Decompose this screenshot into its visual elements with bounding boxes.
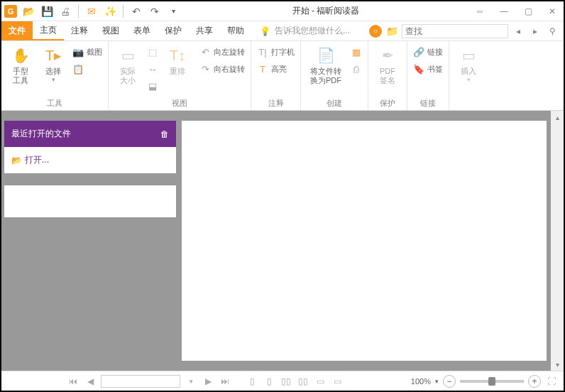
zoom-out-button[interactable]: − [443,375,456,388]
panel-title: 最近打开的文件 [11,128,71,140]
tab-protect[interactable]: 保护 [158,21,189,40]
zoom-controls: 100% ▾ − + ⛶ [411,375,558,388]
prev-page-button[interactable]: ◀ [84,375,97,388]
zoom-slider[interactable] [460,380,524,383]
from-scanner-button[interactable]: ⎙ [349,61,363,77]
convert-icon: 📄 [316,45,336,65]
tab-view[interactable]: 视图 [95,21,126,40]
panel-body: 📂 打开... [4,147,176,173]
maximize-button[interactable]: ▢ [520,5,537,18]
qat-undo-icon[interactable]: ↶ [129,4,143,18]
page-icon: ▭ [118,45,138,65]
minimize-button[interactable]: — [495,5,512,18]
group-comment: T| 打字机 T 高亮 注释 [251,41,301,110]
hand-tool-button[interactable]: ✋ 手型 工具 [6,44,35,85]
typewriter-icon: T| [257,46,268,58]
layout-cover-icon[interactable]: ▭ [314,375,327,388]
page-dropdown-button[interactable]: ▾ [185,375,197,388]
fit-width-icon: ↔ [147,63,158,75]
highlight-button[interactable]: T 高亮 [256,61,296,77]
layout-facing-icon[interactable]: ▯▯ [280,375,292,388]
last-page-button[interactable]: ⏭ [219,375,231,388]
qat-email-icon[interactable]: ✉ [84,4,99,18]
panel-footer [4,183,176,217]
qat-print-icon[interactable]: 🖨 [58,4,72,18]
group-view: ▭ 实际 大小 ⬚ ↔ ⬓ T↕ 重排 ↶ 向左旋转 [109,41,251,110]
quick-access-toolbar: 📂 💾 🖨 ✉ ✨ ↶ ↷ ▾ [21,4,180,18]
trash-icon[interactable]: 🗑 [160,129,169,139]
search-input[interactable] [402,24,508,38]
panel-header: 最近打开的文件 🗑 [4,121,176,147]
favorite-icon[interactable]: 📁 [385,24,399,38]
fit-width-button[interactable]: ↔ [146,61,160,77]
layout-book-icon[interactable]: ▭ [331,375,344,388]
qat-separator [78,5,79,18]
tab-help[interactable]: 帮助 [220,21,251,40]
layout-single-icon[interactable]: ▯ [246,375,258,388]
rotate-right-icon: ↷ [199,63,211,75]
zoom-level: 100% [411,377,431,386]
bookmark-icon: 🔖 [413,63,424,75]
search-advanced-icon[interactable]: ⚲ [545,24,559,38]
document-viewport[interactable] [182,121,547,361]
tab-share[interactable]: 共享 [189,21,220,40]
snapshot-button[interactable]: 📷 截图 [71,44,104,60]
insert-icon: ▭ [459,45,478,65]
ribbon-help-icon[interactable]: ▫▫ [471,5,488,18]
bookmark-button[interactable]: 🔖 书签 [412,61,444,77]
open-file-button[interactable]: 📂 打开... [11,154,169,166]
page-number-input[interactable] [101,375,180,388]
qat-redo-icon[interactable]: ↷ [148,4,162,18]
layout-continuous-icon[interactable]: ▯ [263,375,275,388]
fit-page-button[interactable]: ⬚ [146,44,160,60]
rotate-right-button[interactable]: ↷ 向右旋转 [198,61,246,77]
titlebar: G 📂 💾 🖨 ✉ ✨ ↶ ↷ ▾ 开始 - 福昕阅读器 ▫▫ — ▢ ✕ [1,1,564,21]
cloud-sync-icon[interactable]: ○ [369,25,382,38]
scroll-up-icon[interactable]: ▴ [556,111,559,124]
group-protect: ✒ PDF 签名 保护 [368,41,407,110]
tell-me-box[interactable]: 💡 告诉我您想做什么... [260,21,350,40]
page-layout-buttons: ▯ ▯ ▯▯ ▯▯ ▭ ▭ [246,375,344,388]
fit-visible-button[interactable]: ⬓ [146,78,160,94]
app-icon: G [4,5,17,18]
tab-form[interactable]: 表单 [126,21,158,40]
sign-button[interactable]: ✒ PDF 签名 [373,44,402,85]
lightbulb-icon: 💡 [260,26,270,36]
first-page-button[interactable]: ⏮ [67,375,79,388]
convert-button[interactable]: 📄 将文件转 换为PDF [305,44,346,85]
group-insert: ▭ 插入 ▾ [449,41,488,110]
content-area: 最近打开的文件 🗑 📂 打开... ▴ ▾ [1,111,564,371]
qat-save-icon[interactable]: 💾 [40,4,54,18]
layout-facing-continuous-icon[interactable]: ▯▯ [297,375,309,388]
fullscreen-icon[interactable]: ⛶ [545,375,558,388]
group-tools: ✋ 手型 工具 T▸ 选择 ▾ 📷 截图 📋 [1,41,109,110]
hand-icon: ✋ [11,45,31,65]
ribbon-tabs: 文件 主页 注释 视图 表单 保护 共享 帮助 💡 告诉我您想做什么... ○ … [1,21,564,41]
select-tool-button[interactable]: T▸ 选择 ▾ [38,44,68,83]
close-button[interactable]: ✕ [544,5,561,18]
tab-file[interactable]: 文件 [1,21,33,40]
signature-icon: ✒ [378,45,397,65]
fit-visible-icon: ⬓ [147,80,158,92]
clipboard-button[interactable]: 📋 [71,61,104,77]
scroll-down-icon[interactable]: ▾ [556,358,559,371]
link-button[interactable]: 🔗 链接 [412,44,444,60]
search-prev-icon[interactable]: ◂ [511,24,525,38]
typewriter-button[interactable]: T| 打字机 [256,44,296,60]
insert-button[interactable]: ▭ 插入 ▾ [454,44,483,83]
blank-page-button[interactable]: ▦ [349,44,363,60]
group-create: 📄 将文件转 换为PDF ▦ ⎙ 创建 [301,41,368,110]
qat-dropdown-icon[interactable]: ▾ [166,4,180,18]
qat-share-icon[interactable]: ✨ [103,4,117,18]
rotate-left-button[interactable]: ↶ 向左旋转 [198,44,246,60]
actual-size-button[interactable]: ▭ 实际 大小 [113,44,143,85]
zoom-dropdown-icon[interactable]: ▾ [435,378,439,385]
tab-comment[interactable]: 注释 [64,21,95,40]
reflow-button[interactable]: T↕ 重排 [163,44,192,76]
search-next-icon[interactable]: ▸ [528,24,542,38]
qat-open-icon[interactable]: 📂 [21,4,35,18]
tab-home[interactable]: 主页 [33,21,64,40]
next-page-button[interactable]: ▶ [202,375,214,388]
zoom-in-button[interactable]: + [528,375,541,388]
vertical-scrollbar[interactable]: ▴ ▾ [551,111,564,371]
